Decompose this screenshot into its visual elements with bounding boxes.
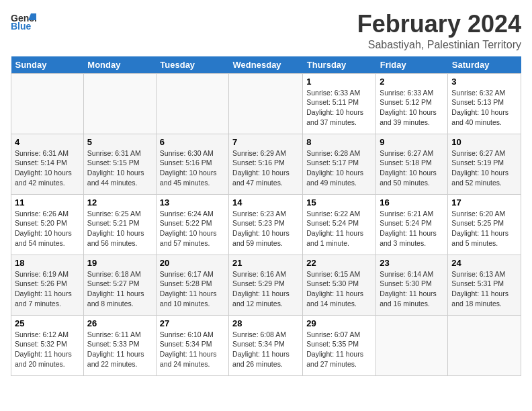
day-number: 10 — [451, 137, 517, 147]
day-info: Sunrise: 6:33 AM Sunset: 5:11 PM Dayligh… — [306, 88, 372, 128]
day-number: 29 — [306, 318, 372, 328]
calendar-cell: 22Sunrise: 6:15 AM Sunset: 5:30 PM Dayli… — [303, 255, 376, 315]
header-monday: Monday — [83, 56, 156, 74]
header-friday: Friday — [376, 56, 448, 74]
month-title: February 2024 — [357, 11, 521, 38]
day-number: 19 — [87, 258, 152, 268]
day-number: 8 — [306, 137, 372, 147]
location-title: Sabastiyah, Palestinian Territory — [357, 39, 521, 51]
day-number: 13 — [160, 197, 225, 208]
day-info: Sunrise: 6:27 AM Sunset: 5:18 PM Dayligh… — [380, 148, 444, 188]
day-number: 9 — [380, 137, 444, 147]
calendar-cell: 23Sunrise: 6:14 AM Sunset: 5:30 PM Dayli… — [376, 255, 448, 315]
calendar-cell — [11, 73, 84, 134]
day-info: Sunrise: 6:20 AM Sunset: 5:25 PM Dayligh… — [451, 209, 517, 248]
header-tuesday: Tuesday — [156, 56, 228, 74]
day-info: Sunrise: 6:30 AM Sunset: 5:16 PM Dayligh… — [160, 148, 225, 188]
day-info: Sunrise: 6:33 AM Sunset: 5:12 PM Dayligh… — [380, 88, 444, 128]
day-info: Sunrise: 6:08 AM Sunset: 5:34 PM Dayligh… — [232, 330, 299, 369]
day-info: Sunrise: 6:28 AM Sunset: 5:17 PM Dayligh… — [306, 148, 372, 188]
calendar-cell: 12Sunrise: 6:25 AM Sunset: 5:21 PM Dayli… — [83, 194, 156, 255]
calendar-cell: 24Sunrise: 6:13 AM Sunset: 5:31 PM Dayli… — [448, 255, 521, 315]
calendar-row-1: 1Sunrise: 6:33 AM Sunset: 5:11 PM Daylig… — [11, 73, 521, 134]
day-info: Sunrise: 6:15 AM Sunset: 5:30 PM Dayligh… — [306, 269, 372, 309]
header-saturday: Saturday — [448, 56, 521, 74]
header-wednesday: Wednesday — [229, 56, 303, 74]
day-info: Sunrise: 6:22 AM Sunset: 5:24 PM Dayligh… — [306, 209, 372, 248]
day-info: Sunrise: 6:10 AM Sunset: 5:34 PM Dayligh… — [160, 330, 225, 369]
day-number: 24 — [451, 258, 517, 268]
day-number: 14 — [232, 197, 299, 208]
page-header: General Blue February 2024 Sabastiyah, P… — [11, 11, 521, 51]
calendar-cell: 27Sunrise: 6:10 AM Sunset: 5:34 PM Dayli… — [156, 315, 228, 375]
day-info: Sunrise: 6:31 AM Sunset: 5:15 PM Dayligh… — [87, 148, 152, 188]
calendar-cell: 25Sunrise: 6:12 AM Sunset: 5:32 PM Dayli… — [11, 315, 84, 375]
day-info: Sunrise: 6:31 AM Sunset: 5:14 PM Dayligh… — [15, 148, 80, 188]
calendar-cell: 16Sunrise: 6:21 AM Sunset: 5:24 PM Dayli… — [376, 194, 448, 255]
day-number: 28 — [232, 318, 299, 328]
header-sunday: Sunday — [11, 56, 84, 74]
calendar-table: SundayMondayTuesdayWednesdayThursdayFrid… — [11, 56, 521, 376]
title-block: February 2024 Sabastiyah, Palestinian Te… — [357, 11, 521, 51]
calendar-cell: 10Sunrise: 6:27 AM Sunset: 5:19 PM Dayli… — [448, 134, 521, 194]
day-info: Sunrise: 6:21 AM Sunset: 5:24 PM Dayligh… — [380, 209, 444, 248]
day-number: 4 — [15, 137, 80, 147]
calendar-cell: 19Sunrise: 6:18 AM Sunset: 5:27 PM Dayli… — [83, 255, 156, 315]
day-info: Sunrise: 6:17 AM Sunset: 5:28 PM Dayligh… — [160, 269, 225, 309]
calendar-cell: 8Sunrise: 6:28 AM Sunset: 5:17 PM Daylig… — [303, 134, 376, 194]
day-number: 5 — [87, 137, 152, 147]
calendar-cell: 6Sunrise: 6:30 AM Sunset: 5:16 PM Daylig… — [156, 134, 228, 194]
calendar-cell: 9Sunrise: 6:27 AM Sunset: 5:18 PM Daylig… — [376, 134, 448, 194]
day-number: 27 — [160, 318, 225, 328]
calendar-cell — [448, 315, 521, 375]
calendar-cell: 4Sunrise: 6:31 AM Sunset: 5:14 PM Daylig… — [11, 134, 84, 194]
calendar-cell: 15Sunrise: 6:22 AM Sunset: 5:24 PM Dayli… — [303, 194, 376, 255]
calendar-cell: 29Sunrise: 6:07 AM Sunset: 5:35 PM Dayli… — [303, 315, 376, 375]
calendar-row-4: 18Sunrise: 6:19 AM Sunset: 5:26 PM Dayli… — [11, 255, 521, 315]
day-info: Sunrise: 6:07 AM Sunset: 5:35 PM Dayligh… — [306, 330, 372, 369]
day-info: Sunrise: 6:27 AM Sunset: 5:19 PM Dayligh… — [451, 148, 517, 188]
calendar-cell — [229, 73, 303, 134]
day-number: 18 — [15, 258, 80, 268]
day-info: Sunrise: 6:12 AM Sunset: 5:32 PM Dayligh… — [15, 330, 80, 369]
day-number: 21 — [232, 258, 299, 268]
logo: General Blue — [11, 11, 36, 32]
calendar-cell: 28Sunrise: 6:08 AM Sunset: 5:34 PM Dayli… — [229, 315, 303, 375]
day-number: 23 — [380, 258, 444, 268]
day-number: 16 — [380, 197, 444, 208]
calendar-cell: 20Sunrise: 6:17 AM Sunset: 5:28 PM Dayli… — [156, 255, 228, 315]
calendar-cell — [156, 73, 228, 134]
calendar-cell: 21Sunrise: 6:16 AM Sunset: 5:29 PM Dayli… — [229, 255, 303, 315]
day-info: Sunrise: 6:19 AM Sunset: 5:26 PM Dayligh… — [15, 269, 80, 309]
calendar-header-row: SundayMondayTuesdayWednesdayThursdayFrid… — [11, 56, 521, 74]
calendar-cell — [83, 73, 156, 134]
calendar-cell: 11Sunrise: 6:26 AM Sunset: 5:20 PM Dayli… — [11, 194, 84, 255]
day-number: 17 — [451, 197, 517, 208]
calendar-cell — [376, 315, 448, 375]
day-number: 11 — [15, 197, 80, 208]
day-number: 12 — [87, 197, 152, 208]
calendar-row-5: 25Sunrise: 6:12 AM Sunset: 5:32 PM Dayli… — [11, 315, 521, 375]
header-thursday: Thursday — [303, 56, 376, 74]
calendar-cell: 3Sunrise: 6:32 AM Sunset: 5:13 PM Daylig… — [448, 73, 521, 134]
day-number: 2 — [380, 77, 444, 87]
calendar-cell: 13Sunrise: 6:24 AM Sunset: 5:22 PM Dayli… — [156, 194, 228, 255]
svg-text:Blue: Blue — [11, 21, 32, 32]
calendar-cell: 14Sunrise: 6:23 AM Sunset: 5:23 PM Dayli… — [229, 194, 303, 255]
day-info: Sunrise: 6:32 AM Sunset: 5:13 PM Dayligh… — [451, 88, 517, 128]
day-number: 1 — [306, 77, 372, 87]
day-number: 3 — [451, 77, 517, 87]
day-number: 7 — [232, 137, 299, 147]
day-info: Sunrise: 6:24 AM Sunset: 5:22 PM Dayligh… — [160, 209, 225, 248]
calendar-cell: 2Sunrise: 6:33 AM Sunset: 5:12 PM Daylig… — [376, 73, 448, 134]
calendar-cell: 7Sunrise: 6:29 AM Sunset: 5:16 PM Daylig… — [229, 134, 303, 194]
day-info: Sunrise: 6:26 AM Sunset: 5:20 PM Dayligh… — [15, 209, 80, 248]
calendar-cell: 26Sunrise: 6:11 AM Sunset: 5:33 PM Dayli… — [83, 315, 156, 375]
calendar-row-2: 4Sunrise: 6:31 AM Sunset: 5:14 PM Daylig… — [11, 134, 521, 194]
day-info: Sunrise: 6:11 AM Sunset: 5:33 PM Dayligh… — [87, 330, 152, 369]
logo-icon: General Blue — [11, 11, 36, 32]
calendar-cell: 1Sunrise: 6:33 AM Sunset: 5:11 PM Daylig… — [303, 73, 376, 134]
calendar-cell: 5Sunrise: 6:31 AM Sunset: 5:15 PM Daylig… — [83, 134, 156, 194]
day-info: Sunrise: 6:18 AM Sunset: 5:27 PM Dayligh… — [87, 269, 152, 309]
day-info: Sunrise: 6:14 AM Sunset: 5:30 PM Dayligh… — [380, 269, 444, 309]
